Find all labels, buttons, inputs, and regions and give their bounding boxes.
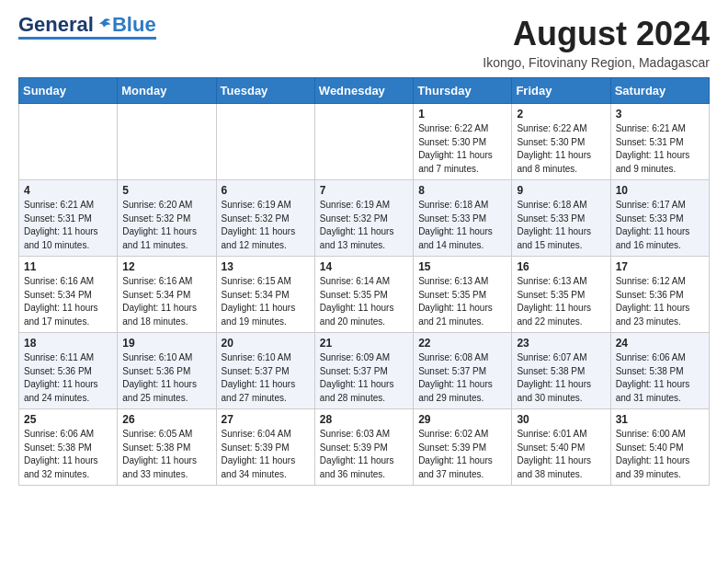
calendar-day-cell: [216, 104, 314, 180]
day-number: 20: [222, 337, 310, 350]
calendar-day-cell: 3Sunrise: 6:21 AMSunset: 5:31 PMDaylight…: [610, 104, 709, 180]
calendar-day-cell: 29Sunrise: 6:02 AMSunset: 5:39 PMDayligh…: [414, 409, 512, 486]
day-info: Sunrise: 6:08 AMSunset: 5:37 PMDaylight:…: [418, 351, 506, 405]
day-info: Sunrise: 6:20 AMSunset: 5:32 PMDaylight:…: [122, 199, 210, 252]
calendar-day-cell: 19Sunrise: 6:10 AMSunset: 5:36 PMDayligh…: [118, 333, 216, 409]
day-number: 8: [418, 184, 506, 197]
calendar-day-cell: 2Sunrise: 6:22 AMSunset: 5:30 PMDaylight…: [512, 104, 610, 180]
day-info: Sunrise: 6:10 AMSunset: 5:36 PMDaylight:…: [122, 351, 210, 405]
day-info: Sunrise: 6:04 AMSunset: 5:39 PMDaylight:…: [222, 428, 310, 481]
day-info: Sunrise: 6:01 AMSunset: 5:40 PMDaylight:…: [517, 428, 605, 481]
day-info: Sunrise: 6:22 AMSunset: 5:30 PMDaylight:…: [418, 122, 506, 176]
day-info: Sunrise: 6:14 AMSunset: 5:35 PMDaylight:…: [320, 275, 408, 328]
calendar-day-cell: 9Sunrise: 6:18 AMSunset: 5:33 PMDaylight…: [512, 180, 610, 257]
calendar-day-cell: [314, 104, 413, 180]
calendar-day-cell: 30Sunrise: 6:01 AMSunset: 5:40 PMDayligh…: [512, 409, 610, 486]
day-info: Sunrise: 6:15 AMSunset: 5:34 PMDaylight:…: [222, 275, 310, 328]
day-number: 14: [320, 260, 408, 273]
location-subtitle: Ikongo, Fitovinany Region, Madagascar: [483, 55, 710, 70]
day-info: Sunrise: 6:19 AMSunset: 5:32 PMDaylight:…: [320, 199, 408, 252]
day-number: 26: [122, 413, 210, 426]
day-info: Sunrise: 6:00 AMSunset: 5:40 PMDaylight:…: [616, 428, 704, 481]
day-number: 19: [122, 337, 210, 350]
calendar-week-row: 25Sunrise: 6:06 AMSunset: 5:38 PMDayligh…: [19, 409, 710, 486]
day-number: 12: [122, 260, 210, 273]
day-info: Sunrise: 6:09 AMSunset: 5:37 PMDaylight:…: [320, 351, 408, 405]
day-number: 17: [616, 260, 704, 273]
day-of-week-header: Saturday: [610, 78, 709, 104]
calendar-day-cell: 27Sunrise: 6:04 AMSunset: 5:39 PMDayligh…: [216, 409, 314, 486]
calendar-day-cell: 21Sunrise: 6:09 AMSunset: 5:37 PMDayligh…: [314, 333, 413, 409]
calendar-day-cell: 7Sunrise: 6:19 AMSunset: 5:32 PMDaylight…: [314, 180, 413, 257]
day-number: 18: [24, 337, 112, 350]
day-number: 31: [616, 413, 704, 426]
calendar-day-cell: 25Sunrise: 6:06 AMSunset: 5:38 PMDayligh…: [19, 409, 118, 486]
calendar-day-cell: [19, 104, 118, 180]
calendar-table: SundayMondayTuesdayWednesdayThursdayFrid…: [18, 77, 710, 486]
day-number: 21: [320, 337, 408, 350]
day-number: 27: [222, 413, 310, 426]
day-info: Sunrise: 6:16 AMSunset: 5:34 PMDaylight:…: [122, 275, 210, 328]
calendar-day-cell: 28Sunrise: 6:03 AMSunset: 5:39 PMDayligh…: [314, 409, 413, 486]
day-number: 9: [517, 184, 605, 197]
month-year-title: August 2024: [483, 15, 710, 53]
day-info: Sunrise: 6:06 AMSunset: 5:38 PMDaylight:…: [24, 428, 112, 481]
calendar-day-cell: 8Sunrise: 6:18 AMSunset: 5:33 PMDaylight…: [414, 180, 512, 257]
day-of-week-header: Monday: [118, 78, 216, 104]
day-info: Sunrise: 6:02 AMSunset: 5:39 PMDaylight:…: [418, 428, 506, 481]
calendar-day-cell: 10Sunrise: 6:17 AMSunset: 5:33 PMDayligh…: [610, 180, 709, 257]
day-of-week-header: Friday: [512, 78, 610, 104]
day-info: Sunrise: 6:07 AMSunset: 5:38 PMDaylight:…: [517, 351, 605, 405]
calendar-day-cell: 4Sunrise: 6:21 AMSunset: 5:31 PMDaylight…: [19, 180, 118, 257]
day-info: Sunrise: 6:05 AMSunset: 5:38 PMDaylight:…: [122, 428, 210, 481]
day-info: Sunrise: 6:12 AMSunset: 5:36 PMDaylight:…: [616, 275, 704, 328]
day-of-week-header: Tuesday: [216, 78, 314, 104]
day-number: 25: [24, 413, 112, 426]
calendar-day-cell: 16Sunrise: 6:13 AMSunset: 5:35 PMDayligh…: [512, 257, 610, 333]
day-number: 13: [222, 260, 310, 273]
day-info: Sunrise: 6:11 AMSunset: 5:36 PMDaylight:…: [24, 351, 112, 405]
day-number: 6: [222, 184, 310, 197]
calendar-day-cell: 15Sunrise: 6:13 AMSunset: 5:35 PMDayligh…: [414, 257, 512, 333]
title-block: August 2024 Ikongo, Fitovinany Region, M…: [483, 15, 710, 70]
day-number: 5: [122, 184, 210, 197]
day-info: Sunrise: 6:03 AMSunset: 5:39 PMDaylight:…: [320, 428, 408, 481]
logo-text: General Blue: [18, 15, 156, 35]
day-info: Sunrise: 6:13 AMSunset: 5:35 PMDaylight:…: [517, 275, 605, 328]
day-number: 16: [517, 260, 605, 273]
day-number: 15: [418, 260, 506, 273]
calendar-day-cell: 26Sunrise: 6:05 AMSunset: 5:38 PMDayligh…: [118, 409, 216, 486]
logo-underline: [18, 37, 156, 40]
day-number: 1: [418, 108, 506, 121]
logo: General Blue: [18, 15, 156, 40]
day-number: 30: [517, 413, 605, 426]
day-number: 7: [320, 184, 408, 197]
day-info: Sunrise: 6:16 AMSunset: 5:34 PMDaylight:…: [24, 275, 112, 328]
day-of-week-header: Sunday: [19, 78, 118, 104]
calendar-day-cell: 5Sunrise: 6:20 AMSunset: 5:32 PMDaylight…: [118, 180, 216, 257]
calendar-day-cell: 24Sunrise: 6:06 AMSunset: 5:38 PMDayligh…: [610, 333, 709, 409]
day-of-week-header: Wednesday: [314, 78, 413, 104]
day-number: 23: [517, 337, 605, 350]
calendar-day-cell: 20Sunrise: 6:10 AMSunset: 5:37 PMDayligh…: [216, 333, 314, 409]
calendar-day-cell: 14Sunrise: 6:14 AMSunset: 5:35 PMDayligh…: [314, 257, 413, 333]
day-info: Sunrise: 6:10 AMSunset: 5:37 PMDaylight:…: [222, 351, 310, 405]
day-info: Sunrise: 6:21 AMSunset: 5:31 PMDaylight:…: [616, 122, 704, 176]
day-number: 3: [616, 108, 704, 121]
day-info: Sunrise: 6:13 AMSunset: 5:35 PMDaylight:…: [418, 275, 506, 328]
day-number: 10: [616, 184, 704, 197]
day-info: Sunrise: 6:19 AMSunset: 5:32 PMDaylight:…: [222, 199, 310, 252]
logo-blue: Blue: [112, 15, 156, 35]
day-info: Sunrise: 6:06 AMSunset: 5:38 PMDaylight:…: [616, 351, 704, 405]
day-number: 4: [24, 184, 112, 197]
calendar-header-row: SundayMondayTuesdayWednesdayThursdayFrid…: [19, 78, 710, 104]
day-info: Sunrise: 6:17 AMSunset: 5:33 PMDaylight:…: [616, 199, 704, 252]
calendar-week-row: 11Sunrise: 6:16 AMSunset: 5:34 PMDayligh…: [19, 257, 710, 333]
day-of-week-header: Thursday: [414, 78, 512, 104]
calendar-week-row: 1Sunrise: 6:22 AMSunset: 5:30 PMDaylight…: [19, 104, 710, 180]
calendar-day-cell: 23Sunrise: 6:07 AMSunset: 5:38 PMDayligh…: [512, 333, 610, 409]
day-info: Sunrise: 6:21 AMSunset: 5:31 PMDaylight:…: [24, 199, 112, 252]
day-info: Sunrise: 6:18 AMSunset: 5:33 PMDaylight:…: [418, 199, 506, 252]
calendar-day-cell: 1Sunrise: 6:22 AMSunset: 5:30 PMDaylight…: [414, 104, 512, 180]
logo-general: General: [18, 15, 94, 35]
